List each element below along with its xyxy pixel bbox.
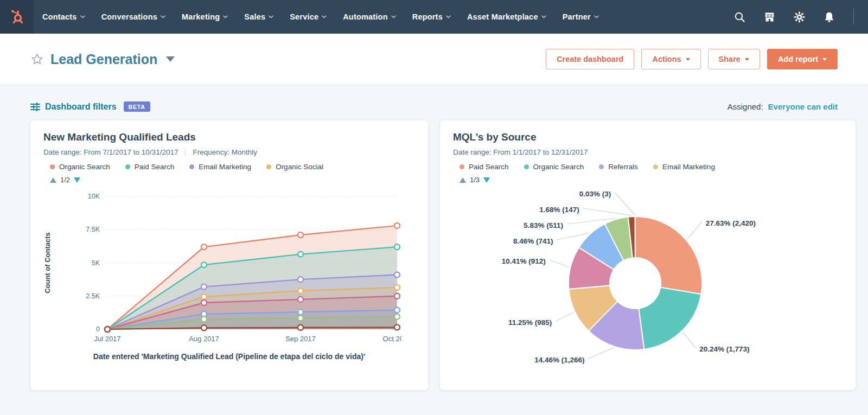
nav-item-label: Automation xyxy=(343,12,388,21)
chevron-down-icon xyxy=(822,58,827,61)
page-title[interactable]: Lead Generation xyxy=(50,52,157,67)
legend-page-down-icon[interactable] xyxy=(483,177,490,183)
label-leader-line xyxy=(583,208,631,215)
legend-item-paid-search[interactable]: Paid Search xyxy=(125,163,175,171)
marketplace-icon[interactable] xyxy=(764,11,775,23)
chevron-down-icon xyxy=(594,15,599,18)
data-point[interactable] xyxy=(394,244,400,250)
slice-label: 0.03% (3) xyxy=(579,190,611,198)
add-report-label: Add report xyxy=(778,55,818,63)
x-tick-label: Sep 2017 xyxy=(285,335,316,343)
data-point[interactable] xyxy=(298,309,303,315)
legend-page-down-icon[interactable] xyxy=(74,177,80,183)
data-point[interactable] xyxy=(298,288,303,293)
nav-item-partner[interactable]: Partner xyxy=(563,12,599,21)
share-button[interactable]: Share xyxy=(708,49,760,69)
legend-item-email-marketing[interactable]: Email Marketing xyxy=(189,163,251,171)
nav-item-sales[interactable]: Sales xyxy=(244,12,273,21)
nav-item-label: Marketing xyxy=(182,12,220,21)
dashboard-filters-toggle[interactable]: Dashboard filters BETA xyxy=(30,101,150,112)
share-label: Share xyxy=(719,55,741,63)
label-leader-line xyxy=(557,233,589,240)
title-dropdown-caret-icon[interactable] xyxy=(166,56,175,62)
legend-item-organic-search[interactable]: Organic Search xyxy=(50,163,110,171)
nav-item-contacts[interactable]: Contacts xyxy=(42,12,85,21)
report-title[interactable]: MQL’s by Source xyxy=(453,131,843,143)
slice-label: 1.68% (147) xyxy=(539,206,579,214)
data-point[interactable] xyxy=(201,262,207,267)
legend-label: Paid Search xyxy=(469,163,509,171)
donut-slice-organic-search[interactable] xyxy=(639,288,701,349)
data-point[interactable] xyxy=(298,277,303,282)
nav-item-conversations[interactable]: Conversations xyxy=(101,12,165,21)
legend-item-referrals[interactable]: Referrals xyxy=(599,163,638,171)
slice-label: 14.46% (1,266) xyxy=(534,356,584,364)
legend-item-email-marketing[interactable]: Email Marketing xyxy=(653,163,715,171)
header-actions: Create dashboard Actions Share Add repor… xyxy=(546,49,838,69)
search-icon[interactable] xyxy=(734,11,745,23)
main-menu: ContactsConversationsMarketingSalesServi… xyxy=(42,12,734,21)
y-tick-label: 5K xyxy=(92,259,100,267)
actions-button[interactable]: Actions xyxy=(641,49,700,69)
y-tick-label: 0 xyxy=(96,325,100,333)
data-point[interactable] xyxy=(394,324,400,330)
nav-item-service[interactable]: Service xyxy=(290,12,327,21)
data-point[interactable] xyxy=(394,285,400,290)
assigned-label: Assigned: xyxy=(727,102,763,111)
data-point[interactable] xyxy=(298,252,303,257)
assigned-everyone-link[interactable]: Everyone can edit xyxy=(768,102,838,111)
sprocket-icon xyxy=(9,9,25,25)
data-point[interactable] xyxy=(394,223,400,228)
donut-slice-paid-search[interactable] xyxy=(635,216,702,294)
data-point[interactable] xyxy=(201,325,207,330)
label-leader-line xyxy=(687,222,701,239)
data-point[interactable] xyxy=(201,300,207,305)
add-report-button[interactable]: Add report xyxy=(767,49,838,69)
nav-utilities xyxy=(734,9,868,25)
legend-page-up-icon[interactable] xyxy=(50,177,56,183)
favorite-star-icon[interactable] xyxy=(30,53,44,66)
data-point[interactable] xyxy=(298,297,303,302)
slice-label: 5.83% (511) xyxy=(524,221,563,229)
subtitle-divider xyxy=(185,148,186,156)
data-point[interactable] xyxy=(394,314,400,320)
legend-page-up-icon[interactable] xyxy=(459,177,466,183)
chevron-down-icon xyxy=(223,15,228,18)
hubspot-logo[interactable] xyxy=(0,0,34,34)
label-leader-line xyxy=(682,332,695,348)
nav-item-reports[interactable]: Reports xyxy=(412,12,451,21)
data-point[interactable] xyxy=(298,232,303,238)
chevron-down-icon xyxy=(745,58,749,61)
data-point[interactable] xyxy=(105,327,110,332)
nav-item-asset-marketplace[interactable]: Asset Marketplace xyxy=(467,12,546,21)
create-dashboard-button[interactable]: Create dashboard xyxy=(546,49,634,69)
data-point[interactable] xyxy=(201,284,207,290)
data-point[interactable] xyxy=(201,244,207,250)
nav-item-label: Partner xyxy=(563,12,591,21)
data-point[interactable] xyxy=(298,315,303,321)
nav-item-marketing[interactable]: Marketing xyxy=(182,12,228,21)
data-point[interactable] xyxy=(394,272,400,278)
x-tick-label: Aug 2017 xyxy=(189,335,219,343)
data-point[interactable] xyxy=(394,307,400,312)
nav-item-automation[interactable]: Automation xyxy=(343,12,396,21)
dashboard-header: Lead Generation Create dashboard Actions… xyxy=(0,34,868,85)
legend-dot-icon xyxy=(189,164,194,169)
data-point[interactable] xyxy=(394,293,400,299)
report-title[interactable]: New Marketing Qualified Leads xyxy=(43,131,415,143)
data-point[interactable] xyxy=(201,294,207,299)
frequency-text: Frequency: Monthly xyxy=(193,148,257,156)
nav-item-label: Conversations xyxy=(101,12,157,21)
legend-item-paid-search[interactable]: Paid Search xyxy=(459,163,509,171)
data-point[interactable] xyxy=(201,316,207,322)
legend-item-organic-social[interactable]: Organic Social xyxy=(266,163,323,171)
notifications-bell-icon[interactable] xyxy=(824,11,835,23)
date-range-text: Date range: From 7/1/2017 to 10/31/2017 xyxy=(43,148,178,156)
area-line-chart: 02.5K5K7.5K10KCount of ContactsJul 2017A… xyxy=(43,186,401,349)
legend-dot-icon xyxy=(653,164,658,169)
legend-dot-icon xyxy=(125,164,130,169)
data-point[interactable] xyxy=(298,325,303,330)
settings-gear-icon[interactable] xyxy=(794,11,805,23)
legend-item-organic-search[interactable]: Organic Search xyxy=(524,163,584,171)
legend-label: Referrals xyxy=(608,163,638,171)
